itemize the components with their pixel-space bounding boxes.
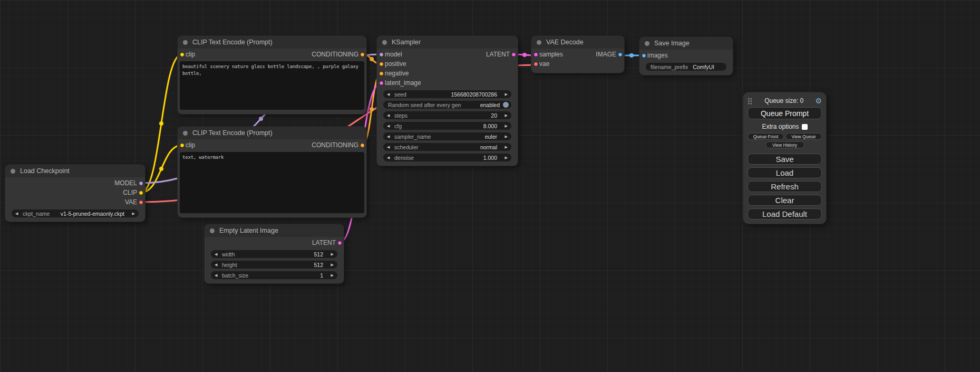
input-port-clip[interactable]	[180, 52, 185, 57]
view-queue-button[interactable]: View Queue	[785, 133, 822, 140]
collapse-dot[interactable]	[183, 40, 188, 45]
output-port-image[interactable]	[618, 52, 623, 57]
node-empty-latent-image[interactable]: Empty Latent Image LATENT width 512 heig…	[205, 224, 344, 283]
node-ksampler[interactable]: KSampler model LATENT positive negative …	[377, 36, 518, 166]
save-button[interactable]: Save	[748, 154, 822, 165]
drag-handle-icon[interactable]	[748, 98, 753, 104]
widget-decrement-icon[interactable]	[387, 113, 392, 117]
settings-gear-icon[interactable]	[815, 97, 822, 104]
widget-decrement-icon[interactable]	[215, 273, 220, 277]
widget-value: 512	[235, 251, 323, 257]
widget-increment-icon[interactable]	[328, 263, 334, 266]
toggle-knob-icon[interactable]	[503, 102, 509, 108]
widget-label: Random seed after every gen	[388, 102, 461, 108]
output-port-latent[interactable]	[337, 241, 342, 245]
widget-denoise[interactable]: denoise 1.000	[383, 154, 511, 161]
load-button[interactable]: Load	[748, 167, 822, 178]
prompt-textarea[interactable]: beautiful scenery nature glass bottle la…	[180, 61, 364, 110]
input-label-negative: negative	[385, 70, 409, 77]
widget-random-seed-toggle[interactable]: Random seed after every gen enabled	[383, 101, 511, 109]
input-port-positive[interactable]	[379, 62, 384, 66]
input-port-model[interactable]	[379, 52, 384, 57]
widget-decrement-icon[interactable]	[387, 92, 392, 96]
output-port-clip[interactable]	[139, 190, 143, 195]
widget-increment-icon[interactable]	[502, 113, 508, 117]
node-save-image[interactable]: Save Image images filename_prefix ComfyU…	[639, 37, 733, 75]
node-title-bar[interactable]: KSampler	[377, 36, 518, 49]
widget-decrement-icon[interactable]	[387, 156, 392, 159]
widget-label: batch_size	[222, 272, 248, 279]
widget-decrement-icon[interactable]	[15, 212, 21, 215]
widget-increment-icon[interactable]	[502, 145, 508, 149]
output-port-latent[interactable]	[511, 52, 516, 57]
view-history-button[interactable]: View History	[765, 141, 804, 148]
node-title-bar[interactable]: VAE Decode	[531, 36, 624, 49]
queue-front-button[interactable]: Queue Front	[748, 133, 784, 140]
wire-midpoint-dot	[159, 167, 163, 171]
node-title-bar[interactable]: CLIP Text Encode (Prompt)	[178, 36, 366, 49]
input-port-samples[interactable]	[533, 52, 538, 57]
widget-ckpt-name[interactable]: ckpt_name v1-5-pruned-emaonly.ckpt	[12, 209, 139, 217]
input-port-images[interactable]	[642, 53, 646, 58]
output-port-model[interactable]	[139, 181, 143, 186]
collapse-dot[interactable]	[537, 40, 541, 45]
widget-increment-icon[interactable]	[502, 92, 508, 96]
widget-increment-icon[interactable]	[328, 273, 334, 277]
input-port-vae[interactable]	[533, 62, 538, 66]
widget-decrement-icon[interactable]	[215, 252, 220, 256]
widget-label: denoise	[394, 155, 414, 161]
node-title-bar[interactable]: Save Image	[639, 37, 733, 50]
widget-height[interactable]: height 512	[211, 261, 337, 269]
collapse-dot[interactable]	[210, 228, 215, 233]
input-port-negative[interactable]	[379, 71, 384, 76]
queue-prompt-button[interactable]: Queue Prompt	[748, 107, 822, 119]
widget-steps[interactable]: steps 20	[383, 111, 511, 119]
input-port-latent-image[interactable]	[379, 81, 384, 85]
node-clip-text-encode-1[interactable]: CLIP Text Encode (Prompt) clip CONDITION…	[178, 36, 366, 114]
collapse-dot[interactable]	[11, 169, 15, 174]
widget-increment-icon[interactable]	[502, 124, 508, 128]
widget-label: cfg	[394, 123, 402, 129]
node-title-bar[interactable]: CLIP Text Encode (Prompt)	[178, 127, 366, 139]
input-label-model: model	[385, 51, 402, 58]
widget-increment-icon[interactable]	[502, 135, 508, 138]
output-port-vae[interactable]	[139, 200, 143, 205]
widget-batch-size[interactable]: batch_size 1	[211, 271, 337, 279]
refresh-button[interactable]: Refresh	[748, 181, 822, 192]
widget-decrement-icon[interactable]	[387, 124, 392, 128]
widget-value: euler	[431, 133, 497, 140]
input-port-clip[interactable]	[180, 143, 185, 148]
output-label-conditioning: CONDITIONING	[312, 141, 358, 149]
widget-value: 1	[248, 272, 323, 279]
node-clip-text-encode-2[interactable]: CLIP Text Encode (Prompt) clip CONDITION…	[178, 127, 366, 217]
widget-cfg[interactable]: cfg 8.000	[383, 122, 511, 130]
widget-increment-icon[interactable]	[130, 212, 135, 215]
widget-width[interactable]: width 512	[211, 250, 337, 258]
widget-decrement-icon[interactable]	[215, 263, 220, 266]
widget-increment-icon[interactable]	[328, 252, 334, 256]
node-load-checkpoint[interactable]: Load Checkpoint MODEL CLIP VAE ckpt_name…	[5, 165, 145, 222]
output-label-model: MODEL	[114, 179, 137, 187]
collapse-dot[interactable]	[645, 41, 649, 46]
output-port-conditioning[interactable]	[360, 52, 365, 57]
widget-decrement-icon[interactable]	[387, 145, 392, 149]
output-port-conditioning[interactable]	[360, 143, 365, 148]
widget-sampler-name[interactable]: sampler_name euler	[383, 132, 511, 140]
node-title-bar[interactable]: Load Checkpoint	[5, 165, 145, 177]
widget-label: width	[222, 251, 235, 257]
extra-options-checkbox[interactable]	[802, 124, 808, 130]
widget-filename-prefix[interactable]: filename_prefix ComfyUI	[646, 63, 726, 71]
prompt-textarea[interactable]: text, watermark	[180, 152, 364, 213]
widget-decrement-icon[interactable]	[387, 135, 392, 138]
collapse-dot[interactable]	[183, 131, 188, 136]
node-title: KSampler	[392, 39, 421, 46]
widget-seed[interactable]: seed 156680208700286	[383, 90, 511, 98]
widget-increment-icon[interactable]	[502, 156, 508, 159]
node-vae-decode[interactable]: VAE Decode samples IMAGE vae	[531, 36, 624, 73]
node-title-bar[interactable]: Empty Latent Image	[205, 224, 344, 237]
load-default-button[interactable]: Load Default	[748, 208, 822, 220]
clear-button[interactable]: Clear	[748, 195, 822, 206]
widget-scheduler[interactable]: scheduler normal	[383, 143, 511, 151]
output-label-latent: LATENT	[486, 51, 510, 58]
collapse-dot[interactable]	[382, 40, 387, 45]
